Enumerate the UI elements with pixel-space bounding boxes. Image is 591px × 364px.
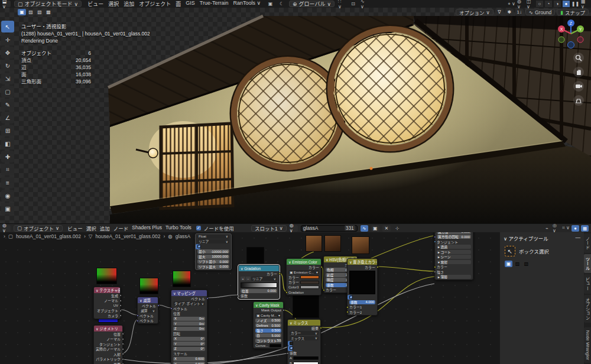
tool-spin[interactable]: ◉ [1, 190, 14, 202]
menu-RanTools[interactable]: RanTools ∨ [230, 0, 263, 8]
node-row-Cavity M...[interactable]: ▣ Cavity M...▾ [254, 313, 283, 318]
node-row-Color3[interactable]: Color3 [287, 285, 321, 290]
tool-annotate[interactable]: ✎ [1, 99, 14, 110]
node-header-gradation-colorramp[interactable]: ∨ Gradation [239, 265, 279, 271]
snapping-dropdown[interactable]: ◎ ∨ [553, 223, 560, 233]
node-row-ミックス[interactable]: ミックス∨ [288, 336, 320, 341]
xray-dropdown[interactable]: ◫ ∨ [527, 0, 534, 9]
overlays-dropdown[interactable]: ◍ ∨ [517, 0, 525, 9]
node-row-放射[interactable]: ▾ 放射 [435, 259, 473, 265]
snap-button[interactable]: ▮スナップ [557, 9, 589, 15]
sidebar-tab-Node Wrangler[interactable]: Node Wrangler [584, 327, 591, 363]
proportional-edit-dropdown[interactable]: ∿ ∨ [361, 0, 368, 9]
tool-add-cube[interactable]: ⊞ [1, 125, 14, 136]
node-row-ノイズ[interactable]: ノイズ0.500 [254, 318, 283, 323]
tool-cursor[interactable]: ✛ [1, 34, 14, 46]
grid-snap-dropdown[interactable]: ⌗ ∨ [562, 225, 570, 231]
node-menu-選択[interactable]: 選択 [85, 225, 98, 232]
node-row-X[interactable]: X0.600 [171, 356, 207, 362]
active-tool-panel-header[interactable]: ∨ アクティブツール— [500, 232, 584, 244]
select-mode-extend-button[interactable]: ▨ [27, 9, 35, 15]
panel-menu-icon[interactable]: — [576, 235, 581, 242]
tool-extrude[interactable]: ◧ [1, 138, 14, 150]
node-socket-inspector-panel[interactable]: Float∨リニア∨✓既定値最小-10000.000最大10000.000ソフト… [195, 233, 232, 270]
material-browse-icon[interactable]: ◍ ∨ [290, 225, 298, 232]
node-row-薄膜[interactable]: ▸ 薄膜 [435, 275, 473, 280]
breadcrumb-object[interactable]: houseA_01_ver01_glass.002 [16, 233, 81, 239]
mode-dropdown[interactable]: ▢ オブジェクトモード ∨ [14, 1, 82, 7]
shading-solid-button[interactable]: ◔ [545, 1, 552, 7]
pan-hand-icon[interactable] [573, 67, 584, 77]
node-row-Z[interactable]: Z0° [171, 346, 207, 352]
node-mapping[interactable]: ∨ マッピングベクトルタイプ: ポイント∨ベクトル位置X0mY0mZ0m回転X0… [171, 290, 207, 364]
use-nodes-checkbox[interactable]: ✓ [196, 226, 201, 230]
gizmos-dropdown[interactable]: ⌖ ∨ [508, 1, 515, 7]
node-row-リニア[interactable]: リニア∨ [196, 239, 231, 245]
camera-view-icon[interactable] [573, 81, 584, 92]
menu-選択[interactable]: 選択 [106, 0, 121, 8]
node-row-リニア[interactable]: +−リニア∨ [239, 277, 279, 282]
shading-rendered-button[interactable]: ● [563, 1, 570, 7]
node-row-A[interactable]: A [288, 356, 320, 361]
sidebar-tab-ノード[interactable]: ノード [584, 233, 591, 253]
node-cavity-mask-group[interactable]: ∨ Cavity MaskMask Output▣ Cavity M...▾ノイ… [253, 301, 284, 349]
node-row-Defines[interactable]: Defines0.500 [254, 323, 283, 329]
snap-magnet-icon[interactable]: ⊡ [349, 1, 357, 6]
node-row-ソフト最小[interactable]: ソフト最小0.000 [196, 259, 231, 265]
node-row-Float[interactable]: Float∨ [196, 234, 231, 239]
menu-GIS[interactable]: GIS [183, 0, 197, 8]
node-row-コントラスト[interactable]: コントラスト50.000 [254, 338, 283, 343]
box-select-tool-icon[interactable]: ↖ [505, 246, 515, 256]
ground-button[interactable]: ∿Ground [525, 9, 555, 15]
sidebar-tab-オプション[interactable]: オプション [584, 295, 591, 323]
tool-scale[interactable]: ⇲ [1, 73, 14, 84]
select-mode-new-button[interactable]: ▣ [18, 9, 26, 15]
node-header-vector-math[interactable]: ∨ 減算 [138, 297, 158, 303]
node-row-カラー[interactable]: カラー [287, 275, 321, 280]
node-row-カラー[interactable]: カラー [287, 280, 321, 285]
node-row-強さ[interactable]: 強さ0.500 [254, 328, 283, 333]
select-mode-intersect-button[interactable]: ▩ [44, 9, 53, 15]
mode-new-button[interactable]: ▣ [505, 261, 512, 267]
tool-knife[interactable]: ⌗ [1, 164, 14, 176]
node-row-ソフト最大[interactable]: ソフト最大0.000 [196, 264, 231, 269]
node-row-カラー[interactable]: カラー∨ [288, 331, 320, 336]
sidebar-tab-ツール[interactable]: ツール [584, 254, 591, 274]
node-row-タイプ: ポイント[interactable]: タイプ: ポイント∨ [171, 301, 207, 307]
menu-オブジェクト[interactable]: オブジェクト [137, 0, 173, 8]
node-row-白[interactable]: 白5.000 [254, 333, 283, 339]
node-header-mix[interactable]: ∨ ミックス [288, 320, 320, 326]
ghost-icon[interactable]: ⌁ [543, 226, 551, 231]
node-header-cavity-mask-group[interactable]: ∨ Cavity Mask [254, 302, 283, 308]
pin-icon[interactable]: ⊹ [394, 226, 401, 231]
pivot-dropdown[interactable]: ⸬ ∨ [338, 0, 346, 9]
tool-move[interactable]: ✥ [1, 47, 14, 58]
zoom-icon[interactable] [573, 53, 584, 63]
node-row-Conve...[interactable]: Conve... [254, 343, 283, 349]
menu-ビュー[interactable]: ビュー [85, 0, 106, 8]
mode-extend-button[interactable]: ▨ [514, 261, 521, 267]
node-row-結果を制限[interactable]: ✓結果を制限 [348, 295, 352, 300]
orientation-dropdown[interactable]: ⊕ グローバル ∨ [289, 1, 335, 7]
editor-type-shader-icon[interactable]: ◍ ∨ [2, 225, 11, 232]
node-vector-math[interactable]: ∨ 減算ベクトル減算∨ベクトルベクトル [137, 297, 158, 324]
node-row-Y[interactable]: Y0m [171, 321, 207, 327]
node-header-emission-color-group[interactable]: ∨ Emission Color [287, 259, 321, 265]
node-row-最小[interactable]: 最小-10000.000 [196, 249, 231, 255]
node-gradation-colorramp[interactable]: ∨ Gradationカラー+−リニア∨位置0.000係数 [238, 265, 280, 299]
node-row-Y[interactable]: Y0° [171, 342, 207, 347]
node-row-減算[interactable]: 減算∨ [138, 308, 158, 314]
unlink-material-button[interactable]: ✕ [382, 225, 391, 232]
node-row-係数[interactable]: 係数4.000 [348, 300, 377, 305]
select-mode-subtract-button[interactable]: ▧ [35, 9, 44, 15]
node-row-既定値[interactable]: ✓既定値 [196, 244, 200, 249]
node-row-異方性の回転[interactable]: 異方性の回転0.000 [435, 235, 473, 240]
node-header-texture-coordinate[interactable]: ∨ テクスチャ座標 [94, 287, 120, 293]
node-row-透過[interactable]: ▸ 透過 [435, 245, 473, 250]
3d-viewport[interactable]: ▣ ▨ ▧ ▩ オプション ∨ ∇ ✱ 1↓ ∿Ground ▮スナップ ↖✛✥… [0, 8, 591, 223]
node-menu-ノード[interactable]: ノード [112, 225, 131, 232]
tool-measure[interactable]: ∠ [1, 112, 14, 124]
node-row-位置[interactable]: 位置0.000 [239, 288, 279, 294]
copy-material-button[interactable]: ▣ [371, 225, 379, 232]
render-preview-dropdown[interactable]: ▦ ∨ [581, 0, 589, 9]
